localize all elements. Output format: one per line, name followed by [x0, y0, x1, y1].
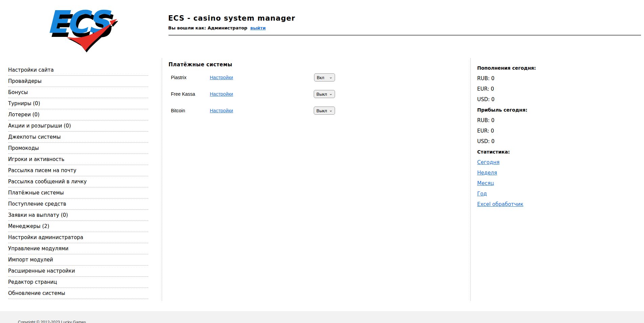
sidebar-item[interactable]: Заявки на выплату (0) [8, 210, 148, 221]
profit-list: RUB: 0EUR: 0USD: 0 [477, 115, 579, 147]
payment-name: Bitcoin [171, 108, 210, 113]
sidebar-item[interactable]: Редактор страниц [8, 277, 148, 288]
sidebar-item-label: Лотереи (0) [8, 112, 40, 118]
sidebar-item-label: Заявки на выплату (0) [8, 212, 68, 218]
header-divider [169, 35, 641, 36]
payment-row: BitcoinНастройкиВыкл [169, 106, 335, 115]
sidebar-item[interactable]: Настройки сайта [8, 65, 148, 76]
sidebar-item[interactable]: Импорт модулей [8, 254, 148, 266]
stats-link-line: Excel обработчик [477, 199, 579, 210]
stats-panel: Пополнения сегодня: RUB: 0EUR: 0USD: 0 П… [477, 63, 579, 210]
sidebar-menu: Настройки сайтаПровайдерыБонусыТурниры (… [8, 65, 148, 299]
currency-value: EUR: 0 [477, 126, 579, 136]
sidebar-item-label: Обновление системы [8, 290, 65, 296]
footer: Copyright © 2012-2023 Lucky Games [0, 311, 644, 323]
ecs-logo-image: ECS ECS [47, 5, 118, 53]
sidebar-item-label: Настройки сайта [8, 67, 54, 73]
settings-link[interactable]: Настройки [210, 75, 233, 80]
currency-value: RUB: 0 [477, 115, 579, 126]
sidebar-item-label: Менеджеры (2) [8, 223, 49, 229]
stats-link[interactable]: Сегодня [477, 159, 499, 165]
payment-row: Free KassaНастройкиВыкл [169, 90, 335, 98]
stats-link[interactable]: Excel обработчик [477, 201, 523, 207]
sidebar-item[interactable]: Настройки администратора [8, 232, 148, 243]
payment-row: PiastrixНастройкиВкл [169, 73, 335, 82]
sidebar-item-label: Промокоды [8, 145, 39, 151]
sidebar-item[interactable]: Менеджеры (2) [8, 221, 148, 232]
sidebar-item-label: Джекпоты системы [8, 134, 61, 140]
currency-value: USD: 0 [477, 136, 579, 147]
section-heading: Платёжные системы [169, 62, 460, 68]
sidebar-item[interactable]: Рассылка писем на почту [8, 165, 148, 176]
sidebar-item-label: Импорт модулей [8, 257, 53, 263]
status-select-wrap: Вкл [314, 73, 335, 82]
sidebar-item-label: Рассылка писем на почту [8, 167, 76, 174]
sidebar-item-label: Платёжные системы [8, 190, 64, 196]
sidebar-item[interactable]: Акции и розыгрыши (0) [8, 120, 148, 132]
sidebar-item-label: Акции и розыгрыши (0) [8, 123, 71, 129]
sidebar-item[interactable]: Провайдеры [8, 76, 148, 87]
sidebar-item-label: Настройки администратора [8, 234, 83, 240]
sidebar-item-label: Редактор страниц [8, 279, 57, 285]
sidebar-item[interactable]: Платёжные системы [8, 187, 148, 199]
currency-value: EUR: 0 [477, 84, 579, 94]
stats-link-line: Год [477, 189, 579, 199]
payment-systems-section: Платёжные системы PiastrixНастройкиВклFr… [169, 62, 460, 123]
sidebar-item-label: Поступление средств [8, 201, 66, 207]
status-select[interactable]: Выкл [314, 90, 335, 98]
stats-link-line: Месяц [477, 178, 579, 189]
stats-link-line: Сегодня [477, 157, 579, 168]
login-status: Вы вошли как: Администратор выйти [168, 25, 266, 30]
divider-main-rightpanel [470, 59, 471, 301]
sidebar-item[interactable]: Поступление средств [8, 199, 148, 210]
currency-value: RUB: 0 [477, 73, 579, 84]
status-select-wrap: Выкл [314, 90, 335, 98]
status-select[interactable]: Выкл [314, 107, 335, 115]
currency-value: USD: 0 [477, 94, 579, 105]
payment-name: Free Kassa [171, 91, 210, 97]
sidebar-item-label: Бонусы [8, 89, 28, 95]
logout-link[interactable]: выйти [250, 25, 266, 30]
sidebar-item[interactable]: Расширенные настройки [8, 266, 148, 277]
sidebar-item-label: Провайдеры [8, 78, 42, 84]
settings-link[interactable]: Настройки [210, 108, 233, 113]
login-label: Вы вошли как: Администратор [168, 25, 247, 30]
settings-link[interactable]: Настройки [210, 91, 233, 97]
status-select[interactable]: Вкл [314, 73, 335, 82]
stats-link[interactable]: Месяц [477, 180, 494, 186]
sidebar-item[interactable]: Лотереи (0) [8, 109, 148, 120]
sidebar-item-label: Управление модулями [8, 246, 68, 252]
stats-link[interactable]: Неделя [477, 170, 497, 176]
deposits-list: RUB: 0EUR: 0USD: 0 [477, 73, 579, 105]
divider-sidebar-main [162, 59, 162, 301]
stats-link[interactable]: Год [477, 191, 487, 197]
sidebar-item[interactable]: Обновление системы [8, 288, 148, 299]
profit-heading: Прибыль сегодня: [477, 105, 579, 115]
sidebar-item[interactable]: Джекпоты системы [8, 132, 148, 143]
ecs-logo: ECS ECS [47, 5, 118, 53]
sidebar-item[interactable]: Промокоды [8, 143, 148, 154]
stats-link-line: Неделя [477, 168, 579, 178]
payment-rows: PiastrixНастройкиВклFree KassaНастройкиВ… [169, 73, 460, 115]
sidebar-item-label: Игроки и активность [8, 156, 64, 162]
deposits-heading: Пополнения сегодня: [477, 63, 579, 73]
sidebar-item-label: Турниры (0) [8, 100, 40, 107]
sidebar-item[interactable]: Турниры (0) [8, 98, 148, 109]
stats-links: СегодняНеделяМесяцГодExcel обработчик [477, 157, 579, 210]
stats-heading: Статистика: [477, 147, 579, 157]
status-select-wrap: Выкл [314, 107, 335, 115]
sidebar-menu-container: Настройки сайтаПровайдерыБонусыТурниры (… [8, 65, 148, 299]
sidebar-item[interactable]: Игроки и активность [8, 154, 148, 165]
sidebar-item[interactable]: Управление модулями [8, 243, 148, 254]
sidebar-item-label: Рассылка сообщений в личку [8, 179, 87, 185]
sidebar-item[interactable]: Бонусы [8, 87, 148, 98]
sidebar-item-label: Расширенные настройки [8, 268, 75, 274]
sidebar-item[interactable]: Рассылка сообщений в личку [8, 176, 148, 187]
copyright-text: Copyright © 2012-2023 Lucky Games [18, 320, 86, 323]
payment-name: Piastrix [171, 75, 210, 80]
page-title: ECS - casino system manager [168, 14, 295, 22]
